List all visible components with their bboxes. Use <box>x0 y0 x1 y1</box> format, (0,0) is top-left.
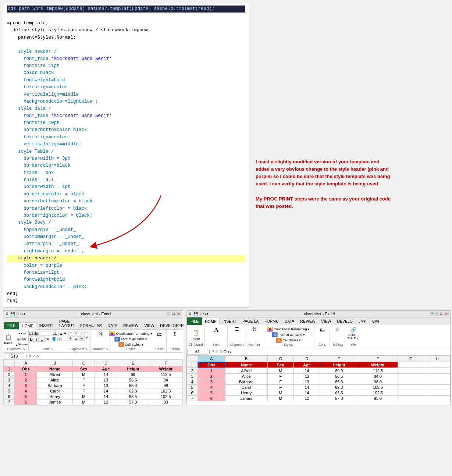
align-center-left[interactable]: ☰ <box>74 336 79 341</box>
cells-icon-left[interactable]: 🗂 <box>157 331 162 337</box>
formula-input-right[interactable] <box>223 349 450 354</box>
cell-f1-left[interactable]: Weight <box>149 366 182 372</box>
tab-formulas-left[interactable]: FORMULAS <box>77 322 104 329</box>
cell-c5-right[interactable]: F <box>267 384 294 390</box>
font-inc-left[interactable]: ▲ <box>59 331 63 335</box>
bold-btn-left[interactable]: B <box>28 337 34 342</box>
cell-g6-right[interactable] <box>398 390 424 395</box>
cell-d5-left[interactable]: 14 <box>95 388 117 394</box>
tab-developer-right[interactable]: DEVELO <box>334 317 356 325</box>
redo-icon-left[interactable]: ↪ <box>20 312 23 316</box>
cell-e4-right[interactable]: 65.3 <box>320 379 358 384</box>
cell-f7-right[interactable]: 93.0 <box>358 395 398 401</box>
align-top-left[interactable]: ⊤ <box>68 331 74 335</box>
tab-insert-right[interactable]: INSERT <box>220 317 239 325</box>
font-size-input-left[interactable] <box>51 331 59 336</box>
cell-h3-right[interactable] <box>424 373 451 379</box>
cell-f6-right[interactable]: 102.5 <box>358 390 398 395</box>
cell-b6-right[interactable]: Henry <box>225 390 267 395</box>
cell-e1-right[interactable]: Height <box>320 362 358 368</box>
tab-pagelayout-right[interactable]: PAGE LA <box>239 317 261 325</box>
tab-file-left[interactable]: FILE <box>4 322 19 329</box>
save-icon-right[interactable]: 💾 <box>193 312 199 316</box>
merge-left[interactable]: ⊡ <box>85 336 90 340</box>
cell-a6-left[interactable]: 5 <box>15 394 37 399</box>
cell-a1-left[interactable]: Obs <box>15 366 37 372</box>
cell-f4-left[interactable]: 98 <box>149 383 182 388</box>
cell-e2-left[interactable]: 69 <box>117 372 149 377</box>
tab-home-right[interactable]: HOME <box>202 318 220 325</box>
undo-icon-left[interactable]: ↩ <box>16 312 19 316</box>
cell-b3-left[interactable]: Alice <box>37 377 73 383</box>
col-a-left[interactable]: A <box>15 360 37 366</box>
format-as-table-right[interactable]: ▤ Format as Table ▾ <box>272 332 305 337</box>
cell-c6-right[interactable]: M <box>267 390 294 395</box>
cells-icon-right[interactable]: 🗂 <box>320 327 325 333</box>
cell-g5-right[interactable] <box>398 384 424 390</box>
tab-cyn-right[interactable]: Cyn <box>369 317 382 325</box>
underline-btn-left[interactable]: U <box>39 337 45 342</box>
col-d-right[interactable]: D <box>294 355 320 362</box>
cell-b2-left[interactable]: Alfred <box>37 372 73 377</box>
cell-c4-left[interactable]: F <box>72 383 95 388</box>
cell-h6-right[interactable] <box>424 390 451 395</box>
cell-b4-right[interactable]: Barbara <box>225 379 267 384</box>
copy-btn-left[interactable]: ⎘ Copy <box>14 337 29 342</box>
cell-a2-left[interactable]: 1 <box>15 372 37 377</box>
cell-c2-left[interactable]: M <box>72 372 95 377</box>
tab-pagelayout-left[interactable]: PAGE LAYOUT <box>56 317 77 329</box>
tab-review-left[interactable]: REVIEW <box>120 322 141 329</box>
col-f-right[interactable]: F <box>358 355 398 362</box>
tab-review-right[interactable]: REVIEW <box>297 317 318 325</box>
cell-b1-right[interactable]: Name <box>225 362 267 368</box>
cell-b4-left[interactable]: Barbara <box>37 383 73 388</box>
font-color-btn-left[interactable]: A <box>57 337 62 341</box>
paste-btn-right[interactable]: 📋 Paste <box>191 328 201 341</box>
cell-e4-left[interactable]: 65.3 <box>117 383 149 388</box>
cell-g7-right[interactable] <box>398 395 424 401</box>
tab-developer-left[interactable]: DEVELOPER <box>157 322 186 329</box>
cell-b7-left[interactable]: James <box>37 399 73 405</box>
cell-d5-right[interactable]: 14 <box>294 384 320 390</box>
cell-a2-right[interactable]: 1 <box>198 368 225 374</box>
col-e-right[interactable]: E <box>320 355 358 362</box>
close-left[interactable]: ✕ <box>176 312 181 316</box>
minimize-left[interactable]: ─ <box>167 312 171 316</box>
cell-b1-left[interactable]: Name <box>37 366 73 372</box>
cell-b5-left[interactable]: Carol <box>37 388 73 394</box>
cell-e1-left[interactable]: Height <box>117 366 149 372</box>
cut-btn-left[interactable]: ✂ Cut <box>14 331 29 336</box>
save-icon-left[interactable]: 💾 <box>10 312 15 316</box>
cell-h4-right[interactable] <box>424 379 451 384</box>
paste-btn-left[interactable]: 📋 Paste <box>3 332 14 346</box>
col-b-right[interactable]: B <box>225 355 267 362</box>
formula-input-left[interactable] <box>40 354 182 358</box>
cell-a7-right[interactable]: 6 <box>198 395 225 401</box>
close-right[interactable]: ✕ <box>444 312 449 316</box>
cell-e7-left[interactable]: 57.3 <box>117 399 149 405</box>
minimize-right[interactable]: ─ <box>434 312 439 316</box>
cell-f5-left[interactable]: 102.5 <box>149 388 182 394</box>
cell-b3-right[interactable]: Alice <box>225 373 267 379</box>
cell-g4-right[interactable] <box>398 379 424 384</box>
restore-left[interactable]: □ <box>172 312 176 316</box>
cell-d7-right[interactable]: 12 <box>294 395 320 401</box>
cell-c4-right[interactable]: F <box>267 379 294 384</box>
cell-h1-right[interactable] <box>424 362 451 368</box>
cell-e7-right[interactable]: 57.3 <box>320 395 358 401</box>
cell-d1-right[interactable]: Age <box>294 362 320 368</box>
cell-g2-right[interactable] <box>398 368 424 374</box>
cell-c1-right[interactable]: Sex <box>267 362 294 368</box>
conditional-formatting-left[interactable]: ▦ Conditional Formatting ▾ <box>109 331 152 336</box>
cell-d6-left[interactable]: 14 <box>95 394 117 399</box>
col-c-left[interactable]: C <box>72 360 95 366</box>
cell-g1-right[interactable] <box>398 362 424 368</box>
question-right[interactable]: ? <box>430 312 434 316</box>
cell-a5-right[interactable]: 4 <box>198 384 225 390</box>
cell-f2-left[interactable]: 112.5 <box>149 372 182 377</box>
cell-e5-left[interactable]: 62.8 <box>117 388 149 394</box>
font-name-input-left[interactable] <box>28 331 50 336</box>
col-b-left[interactable]: B <box>37 360 73 366</box>
restore-right[interactable]: □ <box>439 312 444 316</box>
cell-f2-right[interactable]: 112.5 <box>358 368 398 374</box>
